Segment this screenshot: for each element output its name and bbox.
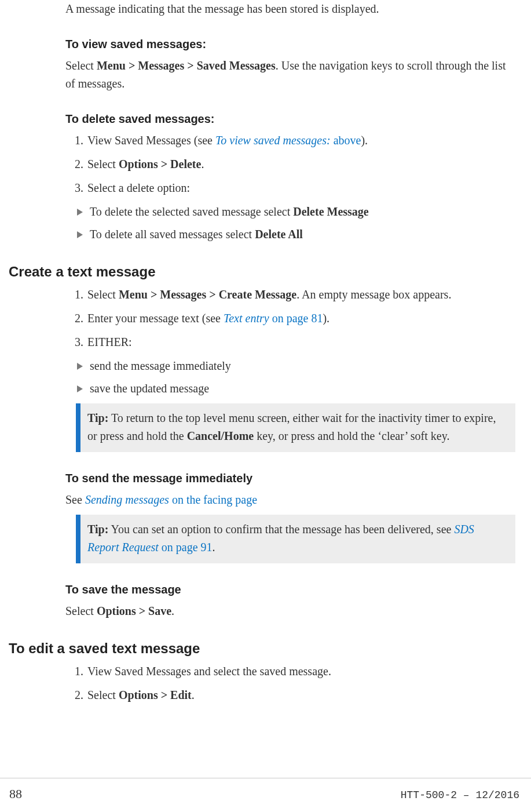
xref-sending-messages-suffix[interactable]: on the facing page: [169, 493, 257, 506]
xref-text-entry-suffix[interactable]: on page 81: [269, 312, 323, 325]
tip-label: Tip:: [87, 412, 108, 424]
text: Select: [87, 158, 119, 170]
list-item: To delete the selected saved message sel…: [77, 203, 515, 221]
menu-path: Options > Delete: [119, 158, 202, 170]
page: A message indicating that the message ha…: [0, 0, 531, 812]
document-id: HTT-500-2 – 12/2016: [401, 788, 519, 804]
text: .: [171, 605, 174, 617]
edit-steps-list: View Saved Messages and select the saved…: [65, 662, 515, 704]
heading-delete-saved: To delete saved messages:: [65, 110, 515, 128]
tip-box: Tip: To return to the top level menu scr…: [76, 403, 515, 452]
xref-view-saved[interactable]: To view saved messages:: [215, 134, 331, 147]
text: key, or press and hold the ‘clear’ soft …: [254, 429, 449, 442]
footer-row: 88 HTT-500-2 – 12/2016: [9, 784, 519, 804]
content-area: A message indicating that the message ha…: [65, 0, 515, 756]
key-name: Cancel/Home: [187, 429, 254, 442]
text: Select: [65, 605, 97, 617]
list-item: Select Options > Edit.: [86, 686, 515, 704]
text: Select: [65, 59, 97, 72]
view-saved-text: Select Menu > Messages > Saved Messages.…: [65, 57, 515, 93]
heading-edit-saved: To edit a saved text message: [9, 638, 515, 659]
xref-view-saved-suffix[interactable]: above: [331, 134, 361, 147]
delete-steps-list: View Saved Messages (see To view saved m…: [65, 132, 515, 197]
menu-path: Options > Save: [97, 605, 171, 617]
text: ).: [323, 312, 329, 325]
page-number: 88: [9, 784, 22, 804]
list-item: EITHER:: [86, 333, 515, 351]
tip-box: Tip: You can set an option to confirm th…: [76, 515, 515, 563]
text: send the message immediately: [90, 359, 231, 372]
xref-sending-messages[interactable]: Sending messages: [85, 493, 169, 506]
list-item: Select Menu > Messages > Create Message.…: [86, 286, 515, 304]
text: ).: [361, 134, 368, 147]
list-item: Select a delete option:: [86, 179, 515, 197]
text: To delete the selected saved message sel…: [90, 205, 293, 218]
heading-save-message: To save the message: [65, 581, 515, 599]
delete-options-list: To delete the selected saved message sel…: [77, 203, 515, 243]
list-item: View Saved Messages (see To view saved m…: [86, 132, 515, 150]
text: You can set an option to confirm that th…: [108, 523, 454, 536]
xref-sds-report-suffix[interactable]: on page 91: [159, 541, 213, 554]
xref-text-entry[interactable]: Text entry: [224, 312, 269, 325]
text: Select: [87, 288, 119, 301]
text: save the updated message: [90, 382, 209, 395]
heading-create-text-message: Create a text message: [9, 261, 515, 282]
text: .: [201, 158, 204, 170]
list-item: To delete all saved messages select Dele…: [77, 225, 515, 243]
text: Select: [87, 689, 119, 701]
save-text: Select Options > Save.: [65, 602, 515, 620]
text: .: [192, 689, 195, 701]
text: . An empty message box appears.: [296, 288, 451, 301]
heading-view-saved: To view saved messages:: [65, 35, 515, 53]
text: EITHER:: [87, 336, 132, 348]
page-footer: 88 HTT-500-2 – 12/2016: [0, 778, 531, 812]
heading-send-immediately: To send the message immediately: [65, 469, 515, 487]
create-either-list: send the message immediately save the up…: [77, 357, 515, 398]
text: Enter your message text (see: [87, 312, 224, 325]
list-item: Enter your message text (see Text entry …: [86, 309, 515, 327]
list-item: save the updated message: [77, 380, 515, 398]
list-item: View Saved Messages and select the saved…: [86, 662, 515, 680]
create-steps-list: Select Menu > Messages > Create Message.…: [65, 286, 515, 351]
intro-paragraph: A message indicating that the message ha…: [65, 0, 515, 18]
list-item: Select Options > Delete.: [86, 155, 515, 173]
menu-path: Options > Edit: [119, 689, 192, 701]
list-item: send the message immediately: [77, 357, 515, 375]
text: To delete all saved messages select: [90, 228, 255, 241]
action-name: Delete All: [255, 228, 303, 241]
menu-path: Menu > Messages > Saved Messages: [97, 59, 276, 72]
text: See: [65, 493, 85, 506]
text: Select a delete option:: [87, 181, 190, 194]
menu-path: Menu > Messages > Create Message: [119, 288, 296, 301]
text: View Saved Messages (see: [87, 134, 215, 147]
action-name: Delete Message: [293, 205, 369, 218]
text: View Saved Messages and select the saved…: [87, 665, 331, 678]
tip-label: Tip:: [87, 523, 108, 536]
send-text: See Sending messages on the facing page: [65, 491, 515, 509]
text: .: [213, 541, 215, 554]
